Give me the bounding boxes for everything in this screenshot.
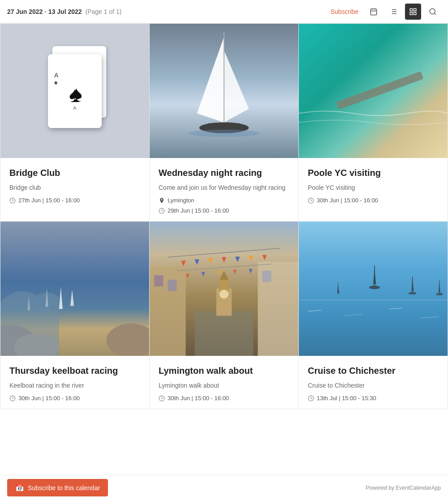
event-datetime: 29th Jun | 15:00 - 16:00 [168,207,229,214]
powered-by-text: Powered by EventCalendarApp [366,485,441,491]
event-card-keelboat[interactable]: Thursday keelboat racing Keelboat racing… [0,222,150,409]
event-description: Lymington walk about [159,381,289,390]
event-description: Poole YC visiting [308,183,439,192]
list-icon [389,8,397,16]
grid-icon [409,8,417,16]
event-image-bridge: A♠ ♠ A [0,24,149,158]
grid-view-button[interactable] [405,4,421,20]
event-image-beach [299,24,448,158]
event-time: 30th Jun | 15:00 - 16:00 [159,395,289,402]
svg-rect-10 [410,9,412,11]
event-time: 29th Jun | 15:00 - 16:00 [159,207,289,214]
date-end: 13 Jul 2022 [48,8,82,15]
event-datetime: 30th Jun | 15:00 - 16:00 [18,395,80,402]
svg-rect-37 [154,275,163,286]
event-time: 30th Jun | 15:00 - 16:00 [9,395,140,402]
event-image-cruise [299,222,448,356]
event-datetime: 30th Jun | 15:00 - 16:00 [168,395,229,402]
search-button[interactable] [425,4,441,20]
event-datetime: 27th Jun | 15:00 - 16:00 [18,197,80,204]
date-start: 27 Jun 2022 [7,8,43,15]
event-title: Poole YC visiting [308,167,439,179]
event-datetime: 30th Jun | 15:00 - 16:00 [317,197,378,204]
svg-point-59 [220,290,228,299]
svg-rect-40 [263,271,271,282]
page-header: 27 Jun 2022 - 13 Jul 2022 (Page 1 of 1) … [0,0,448,23]
svg-point-68 [408,292,416,295]
search-icon [429,8,437,16]
svg-rect-12 [410,12,412,14]
clock-icon [308,197,314,204]
event-content-poole: Poole YC visiting Poole YC visiting 30th… [299,158,448,211]
clock-icon [9,197,16,204]
event-title: Wednesday night racing [159,167,289,179]
date-range: 27 Jun 2022 - 13 Jul 2022 (Page 1 of 1) [7,8,331,15]
subscribe-button-label: Subscribe to this calendar [28,484,100,491]
list-view-button[interactable] [385,4,401,20]
svg-rect-57 [220,280,228,291]
powered-by: Powered by EventCalendarApp [366,485,441,491]
subscribe-calendar-button[interactable]: 📅 Subscribe to this calendar [7,479,108,496]
event-title: Bridge Club [9,167,140,179]
header-actions: Subscribe [331,4,441,20]
event-description: Keelboat racing in the river [9,381,140,390]
clock-icon [9,395,16,402]
page-info: (Page 1 of 1) [85,8,121,15]
clock-icon [159,208,165,214]
calendar-icon [370,8,378,16]
event-time: 13th Jul | 15:00 - 15:30 [308,395,439,402]
event-datetime: 13th Jul | 15:00 - 15:30 [317,395,376,402]
svg-point-71 [436,293,443,295]
footer-bar: 📅 Subscribe to this calendar Powered by … [0,475,448,500]
event-time: 27th Jun | 15:00 - 16:00 [9,197,140,204]
date-separator: - [44,8,48,15]
event-content-bridge: Bridge Club Bridge club 27th Jun | 15:00… [0,158,149,211]
event-description: Come and join us for Wednesday night rac… [159,183,289,192]
event-content-wednesday: Wednesday night racing Come and join us … [150,158,298,221]
event-content-lymington: Lymington walk about Lymington walk abou… [150,356,298,409]
events-grid: A♠ ♠ A Bridge Club Bridge club 27th Jun … [0,23,448,409]
svg-rect-38 [168,280,177,291]
event-title: Cruise to Chichester [308,365,439,376]
event-card-poole-yc[interactable]: Poole YC visiting Poole YC visiting 30th… [299,24,448,222]
event-card-bridge-club[interactable]: A♠ ♠ A Bridge Club Bridge club 27th Jun … [0,24,150,222]
calendar-view-button[interactable] [366,4,382,20]
svg-rect-13 [414,12,416,14]
event-description: Bridge club [9,183,140,192]
event-content-keelboat: Thursday keelboat racing Keelboat racing… [0,356,149,409]
svg-point-65 [369,286,380,289]
svg-rect-41 [195,311,254,356]
event-location: Lymington [159,197,289,204]
event-image-keelboat [0,222,149,356]
event-time: 30th Jun | 15:00 - 16:00 [308,197,439,204]
svg-rect-0 [370,9,377,15]
event-card-chichester[interactable]: Cruise to Chichester Cruise to Chicheste… [299,222,448,409]
event-card-wednesday-racing[interactable]: Wednesday night racing Come and join us … [150,24,299,222]
location-icon [159,197,165,204]
event-image-lymington [150,222,298,356]
svg-point-21 [188,130,260,137]
svg-rect-11 [414,9,416,11]
event-location-text: Lymington [168,197,194,204]
event-description: Cruise to Chichester [308,381,439,390]
event-title: Lymington walk about [159,365,289,376]
event-image-sailing [150,24,298,158]
calendar-subscribe-icon: 📅 [15,483,24,492]
clock-icon [159,395,165,402]
svg-point-14 [430,9,435,14]
event-content-chichester: Cruise to Chichester Cruise to Chicheste… [299,356,448,409]
clock-icon [308,395,314,402]
event-title: Thursday keelboat racing [9,365,140,376]
subscribe-link[interactable]: Subscribe [331,8,358,15]
event-card-lymington[interactable]: Lymington walk about Lymington walk abou… [150,222,299,409]
